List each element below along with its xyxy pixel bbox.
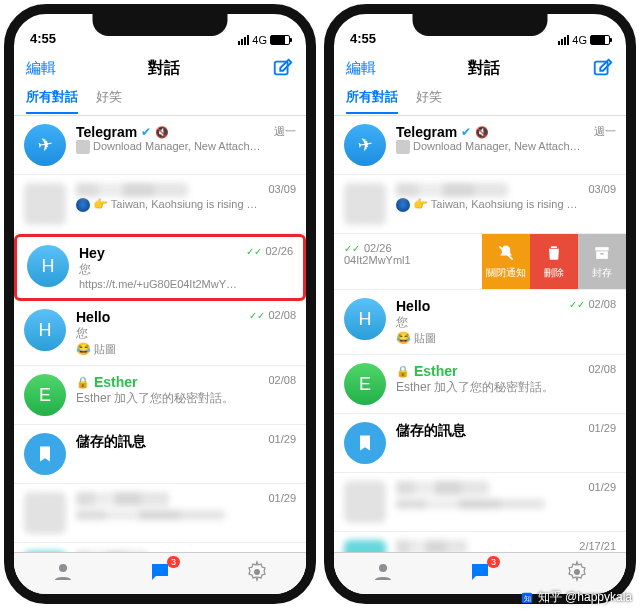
chat-preview: Download Manager, New Attachment Menu, L… xyxy=(413,140,588,152)
chat-date: 01/29 xyxy=(588,481,616,493)
chat-sub: 您 xyxy=(79,261,240,278)
chat-blurred-2[interactable]: 01/29 xyxy=(14,484,306,543)
status-time: 4:55 xyxy=(350,31,376,46)
chat-list: ✈ Telegram✔🔇 Download Manager, New Attac… xyxy=(334,116,626,604)
svg-point-2 xyxy=(254,569,260,575)
chat-date: 02/26 xyxy=(364,242,392,254)
status-right: 4G xyxy=(238,34,290,46)
chat-name: Hello xyxy=(396,298,430,314)
emoji-icon: 😂 xyxy=(76,342,91,356)
status-right: 4G xyxy=(558,34,610,46)
tab-funny[interactable]: 好笑 xyxy=(96,88,122,112)
chat-date: 01/29 xyxy=(588,422,616,434)
chat-name: Telegram xyxy=(76,124,137,140)
read-icon: ✓✓ xyxy=(344,243,360,254)
chat-name: Esther xyxy=(414,363,458,379)
chat-blurred-1[interactable]: 👉 Taiwan, Kaohsiung is rising up!... 03/… xyxy=(14,175,306,234)
page-title: 對話 xyxy=(148,58,180,79)
tab-funny[interactable]: 好笑 xyxy=(416,88,442,112)
tab-contacts[interactable] xyxy=(51,560,75,588)
unread-badge: 3 xyxy=(167,556,180,568)
chat-date: 03/09 xyxy=(588,183,616,195)
mute-icon: 🔇 xyxy=(155,126,169,139)
swipe-actions: 關閉通知 刪除 封存 xyxy=(482,234,626,289)
avatar-telegram: ✈ xyxy=(344,124,386,166)
signal-icon xyxy=(558,35,569,45)
avatar-blurred xyxy=(344,183,386,225)
tab-all[interactable]: 所有對話 xyxy=(26,88,78,114)
avatar-telegram: ✈ xyxy=(24,124,66,166)
tab-bar: 3 xyxy=(14,552,306,594)
avatar-saved xyxy=(344,422,386,464)
chat-preview: Download Manager, New Attachment Menu, L… xyxy=(93,140,268,152)
pointing-icon: 👉 xyxy=(93,197,108,211)
avatar-blurred xyxy=(24,183,66,225)
network-label: 4G xyxy=(572,34,587,46)
chat-sub: 您 xyxy=(76,325,243,342)
avatar-hello: H xyxy=(344,298,386,340)
chat-hey-swiped[interactable]: ✓✓ 02/26 04It2MwYml1 關閉通知 刪除 封存 xyxy=(334,234,626,290)
edit-button[interactable]: 編輯 xyxy=(26,59,56,78)
chat-hello[interactable]: H Hello 您 😂 貼圖 ✓✓ 02/08 xyxy=(14,301,306,366)
globe-icon xyxy=(396,198,410,212)
tab-contacts[interactable] xyxy=(371,560,395,588)
svg-point-9 xyxy=(574,569,580,575)
compose-button[interactable] xyxy=(272,57,294,79)
mute-icon: 🔇 xyxy=(475,126,489,139)
chat-name: Telegram xyxy=(396,124,457,140)
chat-blurred-2[interactable]: 01/29 xyxy=(334,473,626,532)
battery-icon xyxy=(270,35,290,45)
chat-esther[interactable]: E 🔒Esther Esther 加入了您的秘密對話。 02/08 xyxy=(334,355,626,414)
folder-tabs: 所有對話 好笑 xyxy=(334,88,626,116)
avatar-esther: E xyxy=(344,363,386,405)
chat-date: 03/09 xyxy=(268,183,296,195)
tab-all[interactable]: 所有對話 xyxy=(346,88,398,114)
edit-button[interactable]: 編輯 xyxy=(346,59,376,78)
chat-telegram[interactable]: ✈ Telegram✔🔇 Download Manager, New Attac… xyxy=(14,116,306,175)
avatar-hello: H xyxy=(24,309,66,351)
lock-icon: 🔒 xyxy=(76,376,90,389)
nav-bar: 編輯 對話 xyxy=(14,48,306,88)
tab-settings[interactable] xyxy=(245,560,269,588)
signal-icon xyxy=(238,35,249,45)
chat-preview: Esther 加入了您的秘密對話。 xyxy=(76,390,262,407)
swipe-archive-button[interactable]: 封存 xyxy=(578,234,626,289)
tab-settings[interactable] xyxy=(565,560,589,588)
folder-tabs: 所有對話 好笑 xyxy=(14,88,306,116)
thumbnail-icon xyxy=(396,140,410,154)
globe-icon xyxy=(76,198,90,212)
status-time: 4:55 xyxy=(30,31,56,46)
chat-date: 02/08 xyxy=(588,298,616,310)
chat-telegram[interactable]: ✈ Telegram✔🔇 Download Manager, New Attac… xyxy=(334,116,626,175)
tab-chats[interactable]: 3 xyxy=(148,560,172,588)
svg-point-8 xyxy=(379,564,387,572)
swipe-archive-label: 封存 xyxy=(592,266,612,280)
avatar-saved xyxy=(24,433,66,475)
avatar-esther: E xyxy=(24,374,66,416)
tab-chats[interactable]: 3 xyxy=(468,560,492,588)
chat-saved[interactable]: 儲存的訊息 01/29 xyxy=(334,414,626,473)
swipe-delete-button[interactable]: 刪除 xyxy=(530,234,578,289)
chat-preview: Esther 加入了您的秘密對話。 xyxy=(396,379,582,396)
chat-date: 01/29 xyxy=(268,433,296,445)
notch xyxy=(413,14,548,36)
chat-date: 週一 xyxy=(594,124,616,139)
chat-name: Hello xyxy=(76,309,110,325)
chat-date: 02/08 xyxy=(268,374,296,386)
svg-rect-6 xyxy=(596,251,608,259)
chat-name: 儲存的訊息 xyxy=(76,433,146,451)
chat-saved[interactable]: 儲存的訊息 01/29 xyxy=(14,425,306,484)
chat-preview: Taiwan, Kaohsiung is rising up!... xyxy=(431,198,583,210)
svg-rect-7 xyxy=(600,253,603,255)
read-icon: ✓✓ xyxy=(249,310,265,321)
chat-preview: Taiwan, Kaohsiung is rising up!... xyxy=(111,198,263,210)
chat-sub: 您 xyxy=(396,314,563,331)
chat-hello[interactable]: H Hello 您 😂 貼圖 ✓✓ 02/08 xyxy=(334,290,626,355)
chat-hey-selected[interactable]: H Hey 您 https://t.me/+uG80E04It2MwYml1 ✓… xyxy=(14,234,306,301)
compose-button[interactable] xyxy=(592,57,614,79)
swipe-mute-button[interactable]: 關閉通知 xyxy=(482,234,530,289)
avatar-blurred xyxy=(344,481,386,523)
chat-esther[interactable]: E 🔒Esther Esther 加入了您的秘密對話。 02/08 xyxy=(14,366,306,425)
read-icon: ✓✓ xyxy=(246,246,262,257)
chat-blurred-1[interactable]: 👉 Taiwan, Kaohsiung is rising up!... 03/… xyxy=(334,175,626,234)
